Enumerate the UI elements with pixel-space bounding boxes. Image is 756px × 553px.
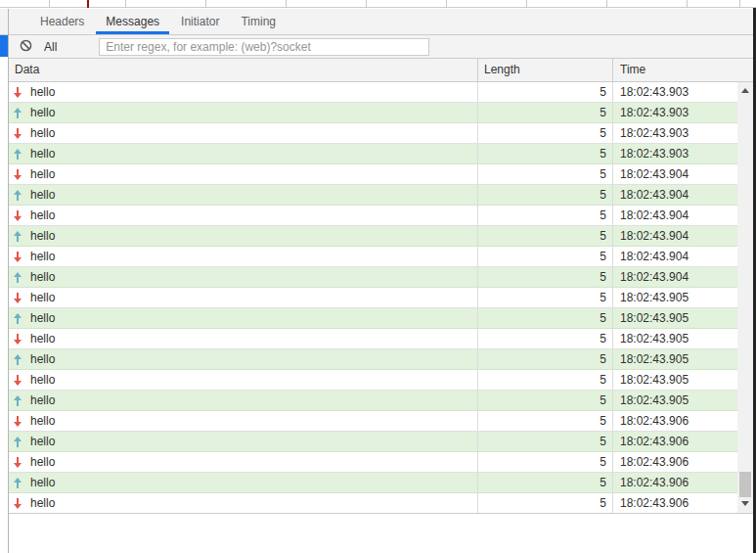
message-preview-area [9, 514, 753, 552]
message-time-cell: 18:02:43.906 [613, 411, 753, 431]
message-data-cell: hello [9, 226, 478, 246]
message-text: hello [30, 123, 55, 143]
message-length-cell: 5 [478, 164, 613, 184]
message-row[interactable]: hello518:02:43.903 [9, 82, 753, 103]
message-length-cell: 5 [478, 473, 613, 492]
message-length-cell: 5 [478, 82, 613, 102]
received-arrow-down-icon [14, 334, 22, 345]
tab-timing[interactable]: Timing [231, 9, 286, 34]
message-row[interactable]: hello518:02:43.903 [9, 103, 753, 123]
message-time-cell: 18:02:43.905 [613, 349, 753, 369]
message-data-cell: hello [9, 391, 478, 410]
message-text: hello [30, 164, 55, 184]
message-row[interactable]: hello518:02:43.906 [9, 473, 753, 493]
message-data-cell: hello [9, 370, 478, 390]
ruler-tick [739, 0, 740, 8]
received-arrow-down-icon [14, 293, 22, 303]
clear-messages-button[interactable] [20, 40, 32, 53]
message-time-cell: 18:02:43.903 [613, 82, 753, 102]
message-text: hello [30, 206, 55, 225]
sent-arrow-up-icon [14, 190, 22, 201]
message-text: hello [30, 349, 55, 369]
message-text: hello [30, 473, 55, 492]
message-length-cell: 5 [478, 329, 613, 348]
timeline-ruler [0, 0, 756, 8]
message-row[interactable]: hello518:02:43.905 [9, 329, 753, 349]
message-row[interactable]: hello518:02:43.904 [9, 267, 753, 288]
message-row[interactable]: hello518:02:43.905 [9, 349, 753, 370]
message-row[interactable]: hello518:02:43.905 [9, 288, 753, 308]
message-text: hello [30, 82, 55, 102]
message-time-cell: 18:02:43.903 [613, 123, 753, 143]
sent-arrow-up-icon [14, 231, 22, 242]
message-text: hello [30, 267, 55, 287]
message-row[interactable]: hello518:02:43.904 [9, 206, 753, 226]
message-length-cell: 5 [478, 185, 613, 205]
ruler-tick [125, 0, 126, 8]
message-length-cell: 5 [478, 206, 613, 225]
received-arrow-down-icon [14, 128, 22, 139]
filter-type-select[interactable]: All [44, 40, 57, 54]
vertical-scrollbar[interactable] [737, 82, 753, 514]
tab-headers[interactable]: Headers [30, 9, 94, 34]
message-row[interactable]: hello518:02:43.904 [9, 247, 753, 267]
message-row[interactable]: hello518:02:43.904 [9, 226, 753, 247]
message-length-cell: 5 [478, 226, 613, 246]
scroll-down-icon[interactable] [741, 501, 749, 506]
message-length-cell: 5 [478, 267, 613, 287]
filter-regex-input[interactable] [99, 38, 429, 56]
message-text: hello [30, 226, 55, 246]
sent-arrow-up-icon [14, 395, 22, 406]
message-data-cell: hello [9, 164, 478, 184]
message-time-cell: 18:02:43.903 [613, 144, 753, 163]
scrollbar-thumb[interactable] [739, 472, 751, 497]
message-time-cell: 18:02:43.904 [613, 164, 753, 184]
tab-initiator[interactable]: Initiator [171, 9, 229, 34]
message-row[interactable]: hello518:02:43.904 [9, 185, 753, 206]
message-row[interactable]: hello518:02:43.903 [9, 144, 753, 164]
message-time-cell: 18:02:43.906 [613, 452, 753, 472]
message-data-cell: hello [9, 288, 478, 307]
received-arrow-down-icon [14, 457, 22, 468]
message-time-cell: 18:02:43.905 [613, 308, 753, 328]
message-data-cell: hello [9, 185, 478, 205]
received-arrow-down-icon [14, 375, 22, 386]
message-time-cell: 18:02:43.905 [613, 370, 753, 390]
messages-toolbar: All [9, 35, 753, 59]
message-row[interactable]: hello518:02:43.905 [9, 308, 753, 329]
message-data-cell: hello [9, 123, 478, 143]
message-time-cell: 18:02:43.906 [613, 493, 753, 513]
message-row[interactable]: hello518:02:43.903 [9, 123, 753, 144]
message-time-cell: 18:02:43.905 [613, 329, 753, 348]
message-row[interactable]: hello518:02:43.906 [9, 411, 753, 432]
received-arrow-down-icon [14, 252, 22, 262]
message-time-cell: 18:02:43.903 [613, 103, 753, 122]
message-text: hello [30, 308, 55, 328]
message-length-cell: 5 [478, 432, 613, 451]
message-text: hello [30, 370, 55, 390]
sent-arrow-up-icon [14, 478, 22, 488]
tab-bar: Headers Messages Initiator Timing [9, 9, 753, 35]
message-text: hello [30, 411, 55, 431]
selected-request-indicator[interactable] [0, 35, 8, 57]
message-row[interactable]: hello518:02:43.906 [9, 452, 753, 473]
message-row[interactable]: hello518:02:43.906 [9, 432, 753, 452]
message-row[interactable]: hello518:02:43.906 [9, 493, 753, 514]
sent-arrow-up-icon [14, 272, 22, 283]
column-header-time[interactable]: Time [613, 59, 753, 81]
request-list-edge [0, 9, 9, 553]
message-row[interactable]: hello518:02:43.904 [9, 164, 753, 185]
column-header-length[interactable]: Length [478, 59, 613, 81]
tab-messages[interactable]: Messages [96, 9, 169, 34]
message-row[interactable]: hello518:02:43.905 [9, 370, 753, 391]
scroll-up-icon[interactable] [741, 88, 749, 93]
message-length-cell: 5 [478, 308, 613, 328]
message-text: hello [30, 103, 55, 122]
message-length-cell: 5 [478, 411, 613, 431]
message-row[interactable]: hello518:02:43.905 [9, 391, 753, 411]
network-detail-panel: Headers Messages Initiator Timing All Da… [9, 9, 753, 553]
message-time-cell: 18:02:43.905 [613, 391, 753, 410]
column-header-data[interactable]: Data [9, 59, 478, 81]
ruler-tick [687, 0, 688, 8]
sent-arrow-up-icon [14, 108, 22, 118]
